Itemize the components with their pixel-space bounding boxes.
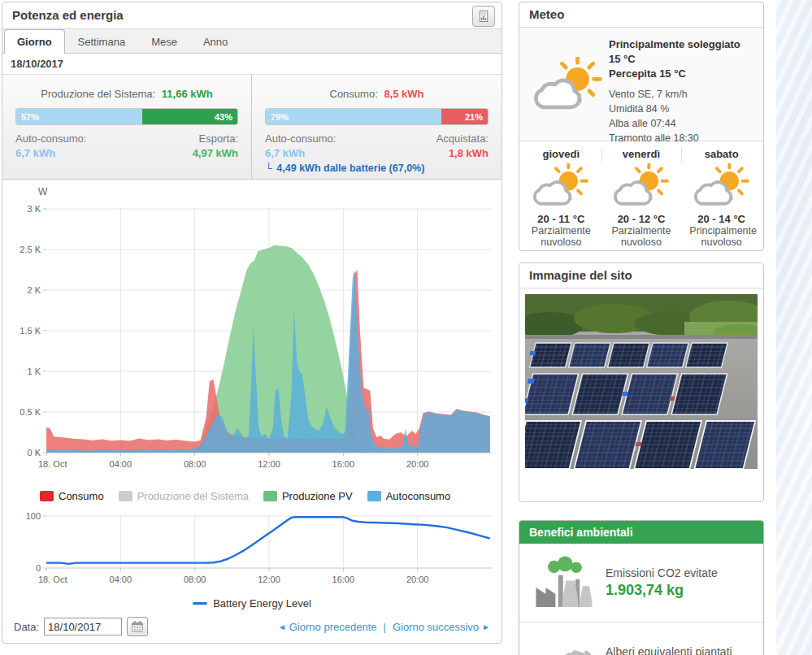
svg-text:0: 0 bbox=[36, 563, 41, 573]
consumption-sub-left-value: 6,7 kWh bbox=[265, 147, 424, 159]
consumption-split-bar: 79% 21% bbox=[265, 108, 489, 125]
co2-value: 1.903,74 kg bbox=[606, 582, 718, 599]
trees-benefit-row: Alberi equivalenti piantati 6,36 bbox=[519, 622, 763, 655]
tab-anno[interactable]: Anno bbox=[190, 30, 241, 53]
weather-panel-title: Meteo bbox=[519, 2, 763, 28]
consumption-summary: Consumo: 8,5 kWh 79% 21% Auto-consumo: 6… bbox=[252, 75, 502, 179]
report-icon bbox=[477, 10, 490, 23]
battery-note-text: 4,49 kWh dalle batterie (67,0%) bbox=[276, 163, 424, 174]
power-chart-unit-label: W bbox=[38, 186, 502, 199]
production-label: Produzione del Sistema: bbox=[41, 88, 155, 100]
svg-text:04:00: 04:00 bbox=[110, 575, 132, 584]
production-summary: Produzione del Sistema: 11,66 kWh 57% 43… bbox=[2, 75, 252, 179]
date-field-label: Data: bbox=[14, 621, 39, 633]
production-left-pct: 57% bbox=[16, 112, 39, 122]
battery-chart-legend[interactable]: Battery Energy Level bbox=[2, 594, 502, 612]
svg-text:04:00: 04:00 bbox=[110, 459, 132, 469]
production-sub-right-value: 4,97 kWh bbox=[193, 147, 238, 159]
consumption-import-segment: 21% bbox=[441, 109, 488, 124]
consumption-value: 8,5 kWh bbox=[384, 88, 423, 100]
arrow-right-icon: ► bbox=[482, 622, 490, 631]
benefits-title: Benefici ambientali bbox=[519, 521, 763, 544]
autoconsumo-swatch-icon bbox=[367, 491, 381, 501]
svg-text:12:00: 12:00 bbox=[258, 575, 280, 584]
svg-text:20:00: 20:00 bbox=[406, 575, 429, 584]
production-sub-left-label: Auto-consumo: bbox=[15, 132, 86, 145]
production-sub-left-value: 6,7 kWh bbox=[15, 147, 86, 159]
svg-text:18. Oct: 18. Oct bbox=[38, 459, 67, 469]
plant-watering-icon bbox=[535, 633, 598, 655]
svg-text:0 K: 0 K bbox=[27, 448, 41, 458]
tab-giorno[interactable]: Giorno bbox=[4, 29, 65, 54]
consumo-swatch-icon bbox=[40, 491, 54, 501]
battery-line-swatch-icon bbox=[193, 602, 207, 605]
svg-text:16:00: 16:00 bbox=[332, 575, 355, 584]
factory-icon bbox=[533, 555, 600, 610]
legend-consumo[interactable]: Consumo bbox=[40, 490, 104, 502]
calendar-button[interactable] bbox=[127, 617, 148, 636]
legend-produzione-pv[interactable]: Produzione PV bbox=[263, 490, 353, 502]
consumption-sub-left-label: Auto-consumo: bbox=[265, 132, 424, 145]
period-tabbar: Giorno Settimana Mese Anno bbox=[2, 29, 502, 54]
tab-mese[interactable]: Mese bbox=[138, 30, 190, 53]
page-background-decoration bbox=[776, 0, 812, 655]
svg-text:2 K: 2 K bbox=[27, 285, 41, 295]
svg-text:100: 100 bbox=[26, 511, 41, 521]
sun-cloud-icon bbox=[691, 163, 753, 209]
svg-text:08:00: 08:00 bbox=[184, 575, 206, 584]
weather-feels-like: Percepita 15 °C bbox=[609, 67, 740, 81]
date-input[interactable] bbox=[44, 618, 122, 635]
legend-produzione-sistema[interactable]: Produzione del Sistema bbox=[119, 490, 249, 502]
production-sub-right-label: Esporta: bbox=[193, 132, 238, 145]
forecast-day-1: giovedì 20 - 11 °C Parzialmente nuvoloso bbox=[521, 146, 601, 248]
consumption-sub-right-label: Acquistata: bbox=[436, 132, 489, 145]
site-image-panel: Immagine del sito bbox=[519, 262, 764, 502]
site-photo bbox=[525, 294, 758, 469]
battery-legend-label: Battery Energy Level bbox=[213, 597, 311, 609]
co2-benefit-row: Emissioni CO2 evitate 1.903,74 kg bbox=[519, 544, 763, 622]
site-image-title: Immagine del sito bbox=[519, 263, 763, 288]
power-chart-legend: Consumo Produzione del Sistema Produzion… bbox=[40, 485, 502, 506]
svg-text:12:00: 12:00 bbox=[258, 459, 280, 469]
environmental-benefits-panel: Benefici ambientali Emissioni CO2 evitat… bbox=[519, 520, 764, 655]
date-heading: 18/10/2017 bbox=[2, 54, 502, 75]
power-panel-header: Potenza ed energia bbox=[2, 2, 502, 29]
battery-branch-icon: └ bbox=[265, 163, 272, 174]
weather-temp: 15 °C bbox=[609, 52, 740, 67]
calendar-icon bbox=[131, 620, 144, 633]
svg-text:08:00: 08:00 bbox=[184, 459, 206, 469]
energy-summary: Produzione del Sistema: 11,66 kWh 57% 43… bbox=[2, 75, 502, 180]
production-selfconsumption-segment: 57% bbox=[16, 109, 142, 124]
consumption-left-pct: 79% bbox=[266, 112, 289, 122]
svg-text:2.5 K: 2.5 K bbox=[20, 245, 41, 254]
svg-text:3 K: 3 K bbox=[27, 204, 41, 214]
produzione-sistema-swatch-icon bbox=[119, 491, 132, 501]
sun-cloud-icon bbox=[531, 57, 606, 114]
svg-text:16:00: 16:00 bbox=[332, 459, 355, 469]
consumption-selfconsumption-segment: 79% bbox=[266, 109, 441, 124]
previous-day-link[interactable]: ◄ Giorno precedente bbox=[278, 621, 377, 633]
weather-sunrise: Alba alle 07:44 bbox=[609, 116, 740, 131]
svg-text:18. Oct: 18. Oct bbox=[38, 575, 67, 584]
weather-panel: Meteo Principalmente soleggiato 15 °C Pe… bbox=[519, 2, 764, 251]
export-report-button[interactable] bbox=[472, 6, 495, 27]
consumption-label: Consumo: bbox=[330, 88, 378, 100]
svg-text:1 K: 1 K bbox=[27, 367, 41, 376]
svg-text:0.5 K: 0.5 K bbox=[20, 407, 41, 417]
weather-condition: Principalmente soleggiato bbox=[609, 37, 740, 52]
production-value: 11,66 kWh bbox=[162, 88, 213, 100]
weather-wind: Vento SE, 7 km/h bbox=[609, 87, 740, 102]
forecast-day-3: sabato 20 - 14 °C Principalmente nuvolos… bbox=[681, 146, 762, 248]
legend-autoconsumo[interactable]: Autoconsumo bbox=[367, 490, 451, 502]
svg-text:20:00: 20:00 bbox=[406, 459, 429, 469]
tab-settimana[interactable]: Settimana bbox=[65, 30, 139, 53]
forecast-day-2: venerdì 20 - 12 °C Parzialmente nuvoloso bbox=[601, 146, 682, 248]
next-day-link[interactable]: Giorno successivo ► bbox=[393, 621, 490, 633]
consumption-sub-right-value: 1,8 kWh bbox=[436, 147, 489, 159]
power-panel-footer: Data: ◄ Giorno precedente | Giorno succe… bbox=[2, 612, 502, 636]
weather-forecast: giovedì 20 - 11 °C Parzialmente nuvoloso… bbox=[519, 141, 763, 253]
nav-separator: | bbox=[383, 621, 385, 633]
trees-label: Alberi equivalenti piantati bbox=[606, 645, 732, 655]
weather-current: Principalmente soleggiato 15 °C Percepit… bbox=[519, 28, 763, 141]
consumption-right-pct: 21% bbox=[465, 112, 488, 122]
